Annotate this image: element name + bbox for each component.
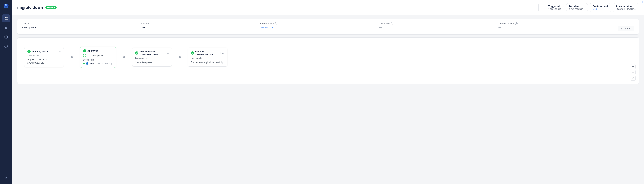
- duration-value: a few seconds: [569, 8, 583, 10]
- plan-migration-duration: 1µs: [58, 50, 61, 52]
- plan-migration-header: ✓ Plan migration 1µs: [27, 50, 61, 53]
- run-checks-check-icon: ✓: [135, 52, 138, 54]
- svg-rect-8: [5, 18, 6, 20]
- external-link-icon: ↗: [27, 22, 29, 25]
- svg-marker-14: [6, 36, 7, 38]
- sidebar-item-compass[interactable]: [2, 42, 10, 50]
- zoom-controls: + − ⤢: [630, 64, 636, 81]
- run-checks-body: 1 assertion passed: [135, 61, 169, 64]
- current-version-info-icon: i: [515, 22, 518, 25]
- connector-line: [172, 57, 179, 57]
- url-value: sqlite://prod.db: [22, 26, 141, 29]
- from-version-label: From version i: [260, 22, 379, 25]
- flow-container: ✓ Plan migration 1µs Less details Migrat…: [22, 43, 634, 71]
- schema-value: main: [141, 26, 260, 29]
- svg-point-17: [6, 177, 7, 178]
- atlas-version-value: Atlas CLI - develop...: [616, 8, 636, 10]
- plan-migration-title: ✓ Plan migration: [27, 50, 48, 53]
- to-version-value: —: [379, 26, 498, 29]
- to-version-label: To version i: [379, 22, 498, 25]
- metadata-table: URL ↗ sqlite://prod.db Schema main From …: [17, 19, 639, 34]
- from-version-value[interactable]: 20240305171146: [260, 26, 379, 29]
- run-checks-title: ✓ Run checks for 20240305171146: [135, 50, 164, 56]
- execute-title: ✓ Execute 20240305171146: [191, 50, 219, 56]
- connector-1-2: [64, 56, 80, 58]
- sidebar-item-runs[interactable]: [2, 33, 10, 41]
- user-name: a8m: [90, 62, 94, 65]
- svg-rect-18: [542, 5, 546, 9]
- environment-label: Environment: [592, 5, 608, 8]
- triggered-text: Triggered 1 second ago: [548, 5, 561, 10]
- environment-value[interactable]: prod: [592, 8, 608, 10]
- duration-label: Duration: [569, 5, 583, 8]
- zoom-out-button[interactable]: −: [630, 70, 636, 75]
- svg-point-5: [5, 7, 7, 8]
- user-time: 28 seconds ago: [98, 62, 113, 65]
- user-row: 👤 a8m 28 seconds ago: [83, 62, 113, 65]
- from-version-info-icon: i: [274, 22, 277, 25]
- circle-icon: [83, 54, 86, 57]
- triggered-value: 1 second ago: [548, 8, 561, 10]
- svg-rect-9: [6, 18, 8, 20]
- approved-header: ✓ Approved: [83, 49, 113, 52]
- sidebar-item-list[interactable]: [2, 24, 10, 32]
- atlas-version-card: Atlas version Atlas CLI - develop...: [613, 3, 639, 12]
- duration-card: Duration a few seconds: [566, 3, 588, 12]
- approved-title: ✓ Approved: [83, 49, 98, 52]
- approval-row: 1/1 have approved: [83, 54, 113, 57]
- run-checks-detail-link[interactable]: Less details: [135, 57, 169, 60]
- svg-point-4: [6, 5, 7, 6]
- page-header: migrate down Passed Triggered 1 second a…: [12, 0, 644, 15]
- approved-button[interactable]: Approved: [618, 26, 634, 31]
- execute-check-icon: ✓: [191, 52, 194, 54]
- sidebar: I: [0, 0, 12, 184]
- to-version-info-icon: i: [391, 22, 393, 25]
- current-version-value: —: [498, 26, 618, 29]
- connector-dot: [71, 56, 73, 58]
- schema-label: Schema: [141, 22, 260, 25]
- connector-dot: [179, 56, 181, 58]
- connector-dot: [123, 56, 125, 58]
- atlas-version-text: Atlas version Atlas CLI - develop...: [616, 5, 636, 10]
- user-avatar-icon: 👤: [86, 62, 89, 65]
- approved-node: ✓ Approved 1/1 have approved Less detail…: [80, 46, 116, 68]
- terminal-icon: [542, 4, 546, 10]
- plan-migration-node: ✓ Plan migration 1µs Less details Migrat…: [24, 47, 64, 67]
- execute-header: ✓ Execute 20240305171146 508µs: [191, 50, 224, 56]
- svg-point-3: [5, 4, 6, 5]
- svg-rect-10: [5, 27, 7, 27]
- approved-check-icon: ✓: [83, 49, 86, 52]
- schema-column: Schema main: [141, 22, 260, 29]
- sidebar-item-settings[interactable]: [2, 174, 10, 182]
- atlas-version-label: Atlas version: [616, 5, 636, 8]
- environment-card: Environment prod: [590, 3, 611, 12]
- sidebar-item-dashboard[interactable]: I: [2, 14, 10, 22]
- execute-body: 3 statements applied successfully: [191, 61, 224, 64]
- environment-text: Environment prod: [592, 5, 608, 10]
- run-checks-node: ✓ Run checks for 20240305171146 41µs Les…: [132, 48, 172, 67]
- execute-detail-link[interactable]: Less details: [191, 57, 224, 60]
- approved-column: Approved: [618, 22, 634, 31]
- zoom-in-button[interactable]: +: [630, 64, 636, 69]
- connector-line: [64, 57, 71, 57]
- plan-migration-body: Migrating down from 20240305171146: [27, 58, 61, 64]
- header-left: migrate down Passed: [17, 5, 57, 10]
- connector-line: [125, 57, 132, 57]
- connector-line: [181, 57, 188, 57]
- execute-node: ✓ Execute 20240305171146 508µs Less deta…: [188, 48, 228, 67]
- to-version-column: To version i —: [379, 22, 498, 29]
- svg-rect-6: [5, 17, 6, 18]
- url-column: URL ↗ sqlite://prod.db: [22, 22, 141, 29]
- execute-duration: 508µs: [219, 52, 224, 54]
- run-checks-duration: 41µs: [164, 52, 169, 54]
- triggered-card: Triggered 1 second ago: [538, 3, 564, 12]
- approved-detail-link[interactable]: Less details: [83, 58, 113, 61]
- plan-migration-detail-link[interactable]: Less details: [27, 54, 61, 57]
- plan-migration-check-icon: ✓: [27, 50, 30, 53]
- svg-rect-11: [5, 28, 7, 28]
- header-right: Triggered 1 second ago Duration a few se…: [538, 3, 639, 12]
- duration-text: Duration a few seconds: [569, 5, 583, 10]
- svg-point-16: [6, 46, 6, 47]
- zoom-fit-button[interactable]: ⤢: [630, 76, 636, 81]
- flow-diagram: ✓ Plan migration 1µs Less details Migrat…: [17, 38, 639, 84]
